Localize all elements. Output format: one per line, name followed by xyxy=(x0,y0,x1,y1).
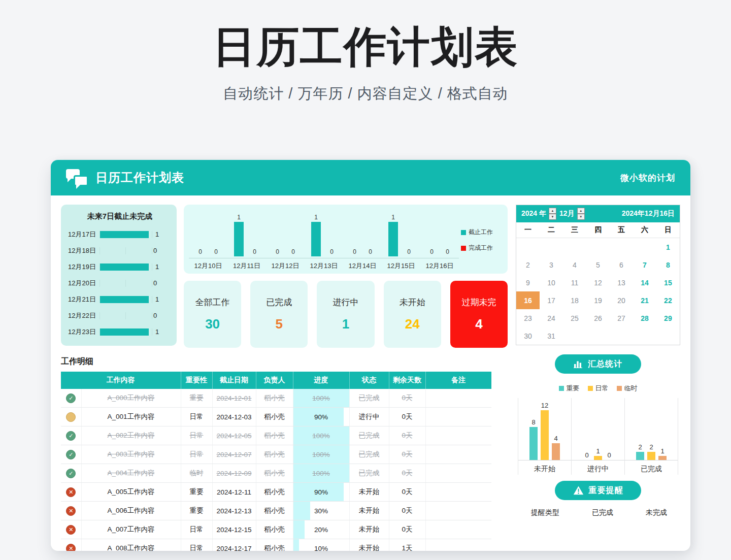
calendar-day[interactable]: 27 xyxy=(610,309,633,327)
calendar-day[interactable]: 30 xyxy=(516,327,540,345)
work-table-row[interactable]: A_001工作内容 日常 2024-12-03 稻小壳 90% 进行中 0天 xyxy=(61,408,491,426)
calendar-day[interactable]: 1 xyxy=(656,238,680,256)
column-header[interactable]: 负责人 xyxy=(256,372,293,389)
important-reminder-button[interactable]: 重要提醒 xyxy=(555,481,641,500)
status-bar-value: 2 xyxy=(638,443,642,451)
work-table-row[interactable]: ✕ A_007工作内容 日常 2024-12-15 稻小壳 20% 未开始 0天 xyxy=(61,520,491,539)
calendar-day[interactable]: 7 xyxy=(633,256,656,274)
calendar-day[interactable]: 21 xyxy=(633,291,656,309)
calendar-day[interactable]: 20 xyxy=(610,291,633,309)
calendar-day[interactable]: 29 xyxy=(656,309,680,327)
work-table-row[interactable]: ✕ A_008工作内容 日常 2024-12-17 稻小壳 10% 未开始 1天 xyxy=(61,539,491,551)
column-header[interactable]: 截止日期 xyxy=(212,372,256,389)
upcoming-row: 12月22日 0 xyxy=(68,308,172,323)
week-bar-column: 1 xyxy=(311,214,321,256)
calendar-day[interactable]: 28 xyxy=(633,309,656,327)
calendar-day[interactable]: 23 xyxy=(516,309,540,327)
legend-swatch-icon xyxy=(461,230,466,235)
status-done-icon: ✓ xyxy=(66,469,76,478)
calendar-day[interactable]: 12 xyxy=(586,274,610,291)
week-bar-column: 0 xyxy=(327,248,337,256)
column-header[interactable]: 状态 xyxy=(349,372,389,389)
status-chart-category: 进行中 xyxy=(572,460,624,475)
week-chart-group: 0 0 12月10日 xyxy=(189,210,227,271)
cell-note xyxy=(425,426,491,445)
calendar-day[interactable]: 31 xyxy=(540,327,563,345)
stat-label: 已完成 xyxy=(266,297,292,308)
cell-importance: 日常 xyxy=(181,408,212,426)
column-header[interactable]: 进度 xyxy=(293,372,349,389)
calendar-day[interactable]: 2 xyxy=(516,256,540,274)
legend-item: 日常 xyxy=(588,384,609,393)
calendar-day[interactable]: 5 xyxy=(586,256,610,274)
calendar-day[interactable]: 9 xyxy=(516,274,540,291)
calendar-day[interactable]: 6 xyxy=(610,256,633,274)
calendar-day[interactable]: 14 xyxy=(633,274,656,291)
work-table-row[interactable]: ✓ A_000工作内容 重要 2024-12-01 稻小壳 100% 已完成 0… xyxy=(61,389,491,408)
legend-swatch-icon xyxy=(461,246,466,251)
week-bar-column: 0 xyxy=(211,248,221,256)
cell-days-left: 0天 xyxy=(389,502,425,520)
column-header[interactable]: 工作内容 xyxy=(61,372,181,389)
column-header[interactable]: 剩余天数 xyxy=(389,372,425,389)
cell-status: 未开始 xyxy=(349,502,389,520)
stat-card[interactable]: 未开始 24 xyxy=(384,281,441,348)
stat-label: 过期未完 xyxy=(461,297,496,308)
calendar-day[interactable]: 19 xyxy=(586,291,610,309)
work-table-row[interactable]: ✕ A_006工作内容 重要 2024-12-13 稻小壳 30% 未开始 0天 xyxy=(61,502,491,520)
work-table-row[interactable]: ✓ A_002工作内容 日常 2024-12-05 稻小壳 100% 已完成 0… xyxy=(61,426,491,445)
week-bar xyxy=(234,222,244,256)
calendar-day[interactable]: 24 xyxy=(540,309,563,327)
calendar-day[interactable]: 17 xyxy=(540,291,563,309)
cell-progress: 30% xyxy=(293,502,349,520)
summary-stats-button[interactable]: 汇总统计 xyxy=(555,354,641,374)
calendar-day[interactable]: 25 xyxy=(563,309,586,327)
cell-note xyxy=(425,502,491,520)
progress-bar xyxy=(293,502,310,520)
stat-card[interactable]: 过期未完 4 xyxy=(450,281,508,348)
upcoming-row: 12月21日 1 xyxy=(68,291,172,307)
calendar-day[interactable]: 15 xyxy=(656,274,680,291)
spinner-down-icon[interactable]: ▼ xyxy=(577,214,585,220)
cell-deadline: 2024-12-01 xyxy=(212,389,256,408)
calendar-day[interactable]: 3 xyxy=(540,256,563,274)
calendar-day[interactable]: 16 xyxy=(516,291,540,309)
cell-importance: 重要 xyxy=(181,502,212,520)
work-table-row[interactable]: ✓ A_004工作内容 临时 2024-12-09 稻小壳 100% 已完成 0… xyxy=(61,464,491,483)
spinner-up-icon[interactable]: ▲ xyxy=(577,208,585,214)
column-header[interactable]: 重要性 xyxy=(181,372,212,389)
cell-owner: 稻小壳 xyxy=(256,539,293,551)
week-bar-column: 0 xyxy=(350,248,359,256)
stat-card[interactable]: 已完成 5 xyxy=(250,281,308,348)
week-chart-group: 0 0 12月12日 xyxy=(266,210,305,271)
week-chart-group: 1 0 12月15日 xyxy=(382,210,420,271)
calendar-day[interactable]: 18 xyxy=(563,291,586,309)
week-bar-column: 0 xyxy=(404,248,414,256)
stat-card[interactable]: 进行中 1 xyxy=(317,281,374,348)
week-chart-panel: 0 0 12月10日 1 0 12月11日 0 0 xyxy=(184,205,508,274)
column-header[interactable]: 备注 xyxy=(425,372,491,389)
cell-content: A_000工作内容 xyxy=(81,389,181,408)
spinner-down-icon[interactable]: ▼ xyxy=(549,214,556,220)
upcoming-panel: 未来7日截止未完成 12月17日 1 12月18日 0 12月19日 1 12月… xyxy=(61,205,177,346)
upcoming-value: 1 xyxy=(155,295,159,303)
spinner-up-icon[interactable]: ▲ xyxy=(549,208,556,214)
calendar-day[interactable]: 26 xyxy=(586,309,610,327)
year-spinner[interactable]: ▲▼ xyxy=(549,208,556,220)
calendar-day[interactable]: 13 xyxy=(610,274,633,291)
calendar-day xyxy=(610,327,633,345)
calendar-today-label: 2024年12月16日 xyxy=(622,209,675,218)
stat-value: 1 xyxy=(342,316,349,332)
calendar-day[interactable]: 22 xyxy=(656,291,680,309)
calendar-day[interactable]: 4 xyxy=(563,256,586,274)
cell-progress: 90% xyxy=(293,483,349,502)
calendar-day[interactable]: 8 xyxy=(656,256,680,274)
status-done-icon: ✓ xyxy=(66,431,76,441)
month-spinner[interactable]: ▲▼ xyxy=(577,208,585,220)
calendar-day[interactable]: 10 xyxy=(540,274,563,291)
cell-deadline: 2024-12-13 xyxy=(212,502,256,520)
work-table-row[interactable]: ✓ A_003工作内容 日常 2024-12-07 稻小壳 100% 已完成 0… xyxy=(61,445,491,464)
calendar-day[interactable]: 11 xyxy=(563,274,586,291)
work-table-row[interactable]: ✕ A_005工作内容 重要 2024-12-11 稻小壳 90% 未开始 0天 xyxy=(61,483,491,502)
stat-card[interactable]: 全部工作 30 xyxy=(184,281,241,348)
